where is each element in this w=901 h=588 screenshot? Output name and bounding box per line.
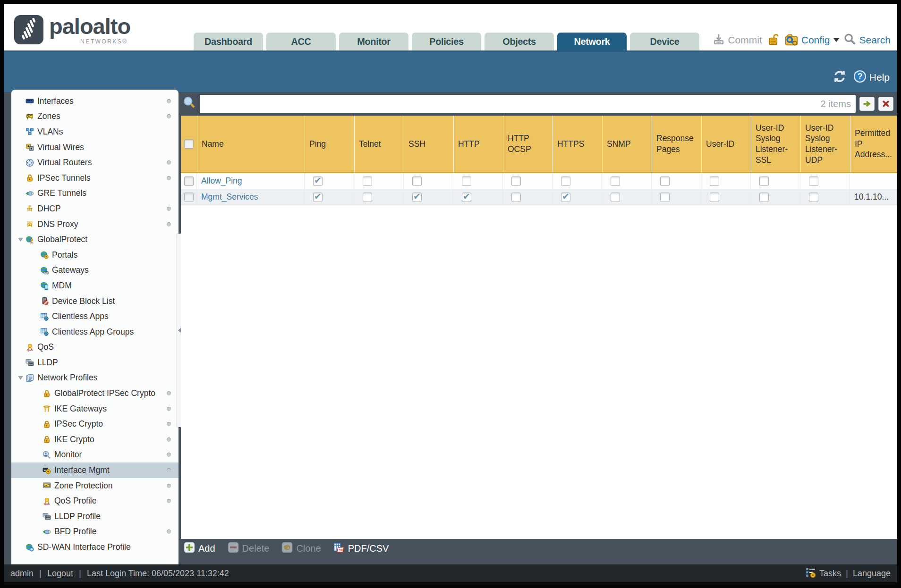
- sidebar-item-dhcp[interactable]: IPDHCP: [11, 201, 178, 217]
- status-dot: [167, 437, 171, 442]
- sidebar-item-sd-wan-interface-profile[interactable]: SD-WAN Interface Profile: [11, 539, 178, 555]
- column-header-http-ocsp[interactable]: HTTP OCSP: [503, 116, 552, 172]
- https-checkbox[interactable]: [561, 193, 570, 202]
- column-header-http[interactable]: HTTP: [453, 116, 503, 172]
- sidebar-item-ipsec-crypto[interactable]: IPSec Crypto: [11, 416, 178, 432]
- expander-down-icon[interactable]: [15, 375, 26, 381]
- sidebar-item-gre-tunnels[interactable]: GRE Tunnels: [11, 186, 178, 202]
- paloalto-logo-icon: [14, 15, 43, 44]
- profile-name-link[interactable]: Mgmt_Services: [201, 192, 258, 202]
- tab-acc[interactable]: ACC: [266, 33, 336, 50]
- apply-filter-button[interactable]: [859, 97, 875, 111]
- sidebar-item-vlans[interactable]: VLANs: [11, 124, 178, 140]
- sidebar-item-interface-mgmt[interactable]: Interface Mgmt: [11, 462, 178, 478]
- row-select-checkbox[interactable]: [184, 176, 194, 186]
- telnet-checkbox[interactable]: [363, 193, 372, 202]
- column-header-permitted-ip-address-[interactable]: Permitted IP Address...: [850, 116, 897, 172]
- column-header-response-pages[interactable]: Response Pages: [652, 116, 701, 172]
- sidebar-item-label: GRE Tunnels: [37, 188, 86, 198]
- user-id-syslog-listener-udp-checkbox[interactable]: [809, 176, 818, 186]
- sidebar-item-device-block-list[interactable]: Device Block List: [11, 294, 178, 309]
- table-row-mgmt_services: Mgmt_Services10.1.10...: [181, 189, 897, 205]
- sidebar-item-globalprotect-ipsec-crypto[interactable]: GlobalProtect IPSec Crypto: [11, 386, 178, 401]
- sidebar-item-dns-proxy[interactable]: DNSDNS Proxy: [11, 217, 178, 232]
- column-header-user-id-syslog-listener-ssl[interactable]: User-ID Syslog Listener-SSL: [751, 116, 800, 172]
- response-pages-checkbox[interactable]: [660, 176, 670, 186]
- sidebar-item-virtual-wires[interactable]: Virtual Wires: [11, 140, 178, 155]
- add-button[interactable]: Add: [184, 542, 215, 555]
- sidebar-item-ike-gateways[interactable]: IKE Gateways: [11, 401, 178, 417]
- sidebar-item-globalprotect[interactable]: GlobalProtect: [11, 232, 178, 247]
- column-header-name[interactable]: Name: [197, 116, 305, 172]
- sidebar-item-zone-protection[interactable]: Zone Protection: [11, 478, 178, 494]
- snmp-checkbox[interactable]: [611, 176, 620, 186]
- sidebar-item-qos[interactable]: QoSQoS: [11, 340, 178, 355]
- sidebar-item-gateways[interactable]: Gateways: [11, 263, 178, 278]
- search-button[interactable]: Search: [844, 33, 891, 47]
- sidebar-item-mdm[interactable]: MDM: [11, 278, 178, 294]
- ssh-checkbox[interactable]: [412, 193, 422, 202]
- tab-dashboard[interactable]: Dashboard: [194, 33, 263, 50]
- snmp-checkbox[interactable]: [611, 193, 620, 202]
- pdf-csv-button[interactable]: PDFPDF/CSV: [333, 542, 389, 555]
- user-id-checkbox[interactable]: [710, 176, 719, 186]
- language-button[interactable]: Language: [853, 569, 891, 579]
- sidebar-item-ike-crypto[interactable]: IKE Crypto: [11, 432, 178, 447]
- sidebar-item-lldp[interactable]: LLDP: [11, 355, 178, 370]
- sidebar-item-lldp-profile[interactable]: LLDP Profile: [11, 509, 178, 524]
- column-header-snmp[interactable]: SNMP: [602, 116, 652, 172]
- expander-down-icon[interactable]: [15, 236, 26, 243]
- refresh-icon[interactable]: [833, 69, 847, 85]
- user-id-syslog-listener-ssl-checkbox[interactable]: [759, 193, 769, 202]
- tab-monitor[interactable]: Monitor: [339, 33, 408, 50]
- tab-device[interactable]: Device: [630, 33, 699, 50]
- column-header-user-id[interactable]: User-ID: [701, 116, 751, 172]
- select-all-checkbox[interactable]: [184, 139, 194, 149]
- config-button[interactable]: Config: [784, 32, 840, 48]
- sidebar-item-label: SD-WAN Interface Profile: [37, 542, 131, 552]
- tab-objects[interactable]: Objects: [484, 33, 554, 50]
- ping-checkbox[interactable]: [313, 176, 323, 186]
- clear-filter-button[interactable]: [878, 97, 893, 111]
- sidebar-item-portals[interactable]: Portals: [11, 247, 178, 263]
- sidebar-item-bfd-profile[interactable]: BFD Profile: [11, 524, 178, 540]
- commit-button[interactable]: Commit: [713, 33, 762, 47]
- sidebar-item-interfaces[interactable]: Interfaces: [11, 93, 178, 109]
- column-header-ping[interactable]: Ping: [305, 116, 354, 172]
- bottom-action-bar: AddDeleteClonePDFPDF/CSV: [181, 540, 897, 557]
- sidebar-item-network-profiles[interactable]: Network Profiles: [11, 370, 178, 386]
- column-header-ssh[interactable]: SSH: [404, 116, 453, 172]
- logout-link[interactable]: Logout: [47, 569, 73, 579]
- response-pages-checkbox[interactable]: [660, 193, 670, 202]
- http-checkbox[interactable]: [462, 193, 471, 202]
- row-select-checkbox[interactable]: [184, 193, 194, 202]
- column-header-https[interactable]: HTTPS: [552, 116, 602, 172]
- lock-icon[interactable]: [767, 33, 780, 48]
- http-ocsp-checkbox[interactable]: [511, 193, 521, 202]
- ssh-checkbox[interactable]: [412, 176, 422, 186]
- ping-checkbox[interactable]: [313, 193, 323, 202]
- tab-network[interactable]: Network: [557, 33, 627, 50]
- sidebar-item-ipsec-tunnels[interactable]: IPSec Tunnels: [11, 170, 178, 186]
- tab-policies[interactable]: Policies: [412, 33, 481, 50]
- sidebar-item-clientless-app-groups[interactable]: Clientless App Groups: [11, 324, 178, 340]
- profile-name-link[interactable]: Allow_Ping: [201, 176, 242, 186]
- sidebar-item-zones[interactable]: Zones: [11, 109, 178, 125]
- sidebar-item-qos-profile[interactable]: QoSQoS Profile: [11, 493, 178, 509]
- telnet-checkbox[interactable]: [363, 176, 372, 186]
- user-id-checkbox[interactable]: [710, 193, 719, 202]
- sidebar-item-clientless-apps[interactable]: Clientless Apps: [11, 309, 178, 324]
- tasks-button[interactable]: Tasks: [805, 567, 841, 580]
- sidebar-item-monitor[interactable]: Monitor: [11, 447, 178, 463]
- column-header-user-id-syslog-listener-udp[interactable]: User-ID Syslog Listener-UDP: [800, 116, 850, 172]
- filter-input[interactable]: [204, 99, 817, 109]
- sidebar-item-virtual-routers[interactable]: Virtual Routers: [11, 155, 178, 170]
- http-checkbox[interactable]: [462, 176, 471, 186]
- http-ocsp-checkbox[interactable]: [511, 176, 521, 186]
- https-checkbox[interactable]: [561, 176, 570, 186]
- help-button[interactable]: ? Help: [853, 70, 890, 85]
- user-id-syslog-listener-ssl-checkbox[interactable]: [759, 176, 769, 186]
- sidebar-item-label: Network Profiles: [37, 373, 97, 383]
- user-id-syslog-listener-udp-checkbox[interactable]: [809, 193, 818, 202]
- column-header-telnet[interactable]: Telnet: [354, 116, 404, 172]
